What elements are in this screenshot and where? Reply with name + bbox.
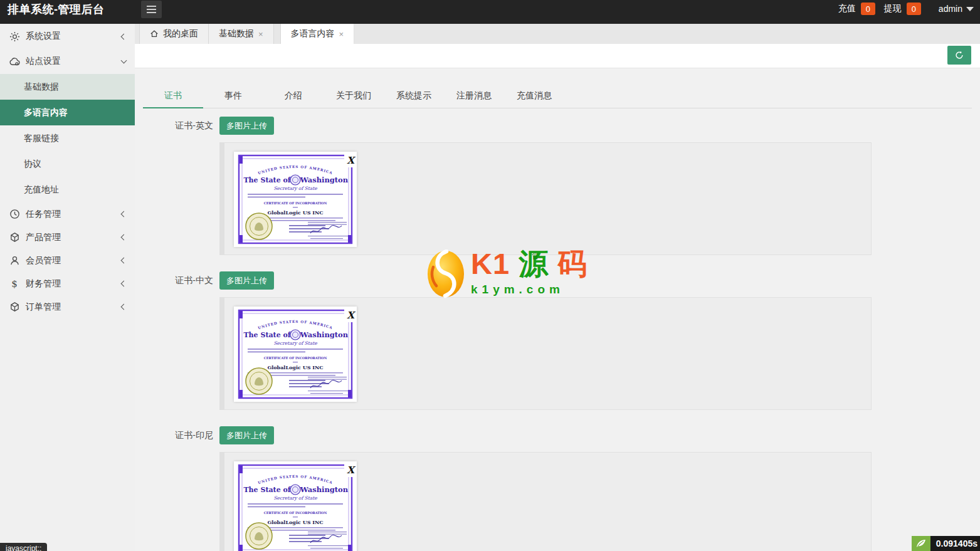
tab-label: 基础数据 <box>219 28 254 39</box>
sidebar-subitem-label: 多语言内容 <box>24 107 68 118</box>
multi-image-upload-button[interactable]: 多图片上传 <box>219 271 274 290</box>
package-icon <box>9 232 20 243</box>
sidebar-item-task-management[interactable]: 任务管理 <box>0 202 135 226</box>
multi-image-upload-button[interactable]: 多图片上传 <box>219 117 274 135</box>
sidebar-item-label: 任务管理 <box>26 209 122 220</box>
username: admin <box>939 4 962 14</box>
cert-subtitle: Secretary of State <box>273 186 317 191</box>
image-upload-box: UNITED STATES OF AMERICA The State of Wa… <box>219 452 872 551</box>
content-tab-events[interactable]: 事件 <box>203 85 263 108</box>
section-label: 证书-中文 <box>143 275 213 286</box>
sidebar-item-product-management[interactable]: 产品管理 <box>0 226 135 249</box>
content-tab-register-msg[interactable]: 注册消息 <box>444 85 504 108</box>
withdraw-link[interactable]: 提现 0 <box>884 3 921 15</box>
content-tab-intro[interactable]: 介绍 <box>263 85 324 108</box>
certificate-image: UNITED STATES OF AMERICA The State of Wa… <box>234 307 357 402</box>
sidebar-item-order-management[interactable]: 订单管理 <box>0 295 135 318</box>
clock-icon <box>9 209 20 220</box>
chevron-left-icon <box>121 234 127 241</box>
tab-multilang-content[interactable]: 多语言内容 × <box>280 24 355 44</box>
sidebar-item-label: 财务管理 <box>26 278 122 290</box>
cert-title-left: The State of <box>243 486 291 494</box>
cert-heading: CERTIFICATE OF INCORPORATION <box>264 356 327 360</box>
sidebar-subitem-label: 协议 <box>24 159 41 170</box>
cert-company: GlobalLogic US INC <box>267 364 323 370</box>
link-preview-statusbar: javascript:; <box>0 543 47 551</box>
certificate-image: UNITED STATES OF AMERICA The State of Wa… <box>234 461 357 551</box>
trace-bar: 0.091405s <box>912 536 980 551</box>
certificate-image: UNITED STATES OF AMERICA The State of Wa… <box>234 152 357 247</box>
sidebar-item-member-management[interactable]: 会员管理 <box>0 249 135 272</box>
sidebar: 系统设置 站点设置 基础数据 多语言内容 客服链接 协议 充值地址 任务管理 产… <box>0 24 135 551</box>
leaf-icon[interactable] <box>912 536 930 551</box>
tab-base-data[interactable]: 基础数据 × <box>209 24 274 44</box>
recharge-count-badge[interactable]: 0 <box>861 3 875 15</box>
remove-image-button[interactable]: X <box>344 308 357 322</box>
user-menu[interactable]: admin <box>939 4 974 14</box>
cert-title-left: The State of <box>243 331 291 339</box>
cert-title-right: Washington <box>300 176 349 184</box>
sidebar-item-service-link[interactable]: 客服链接 <box>0 125 135 151</box>
package-icon <box>9 302 20 313</box>
chevron-left-icon <box>121 33 127 39</box>
content-tab-certificate[interactable]: 证书 <box>143 85 203 108</box>
header-right: 充值 0 提现 0 admin <box>838 0 974 18</box>
close-icon[interactable]: × <box>258 29 263 39</box>
sidebar-toggle-button[interactable] <box>141 1 162 18</box>
image-upload-box: UNITED STATES OF AMERICA The State of Wa… <box>219 142 872 255</box>
remove-image-button[interactable]: X <box>344 463 357 477</box>
site-icon <box>9 56 20 67</box>
section-label: 证书-英文 <box>143 120 213 132</box>
image-upload-box: UNITED STATES OF AMERICA The State of Wa… <box>219 297 872 410</box>
workspace-tabbar: 我的桌面 基础数据 × 多语言内容 × <box>135 24 980 44</box>
sidebar-subitem-label: 基础数据 <box>24 81 59 93</box>
multi-image-upload-button[interactable]: 多图片上传 <box>219 426 274 444</box>
content-tab-system-tips[interactable]: 系统提示 <box>384 85 444 108</box>
trace-time: 0.091405s <box>930 536 980 551</box>
chevron-left-icon <box>121 258 127 264</box>
remove-image-button[interactable]: X <box>344 154 357 167</box>
recharge-label: 充值 <box>838 3 856 14</box>
cert-heading: CERTIFICATE OF INCORPORATION <box>264 511 327 515</box>
section-row-cert-cn: 证书-中文 多图片上传 <box>143 271 972 290</box>
sidebar-item-label: 会员管理 <box>26 255 122 266</box>
content-tab-recharge-msg[interactable]: 充值消息 <box>504 85 564 108</box>
cert-title-right: Washington <box>300 330 349 339</box>
sidebar-item-agreement[interactable]: 协议 <box>0 151 135 177</box>
page-toolbar <box>135 44 980 68</box>
recharge-link[interactable]: 充值 0 <box>838 3 875 15</box>
section-row-cert-en: 证书-英文 多图片上传 <box>143 117 972 135</box>
sidebar-item-multilang-content[interactable]: 多语言内容 <box>0 100 135 125</box>
refresh-button[interactable] <box>947 46 971 65</box>
dollar-icon: $ <box>9 278 20 290</box>
sidebar-item-finance-management[interactable]: $ 财务管理 <box>0 272 135 295</box>
content-tabbar: 证书 事件 介绍 关于我们 系统提示 注册消息 充值消息 <box>143 85 972 108</box>
sidebar-item-label: 系统设置 <box>26 31 122 42</box>
sidebar-item-recharge-address[interactable]: 充值地址 <box>0 177 135 202</box>
sidebar-subitem-label: 客服链接 <box>24 133 59 144</box>
sidebar-item-label: 产品管理 <box>26 232 122 243</box>
sidebar-subitem-label: 充值地址 <box>24 184 59 196</box>
refresh-icon <box>954 50 964 60</box>
sidebar-item-system-settings[interactable]: 系统设置 <box>0 24 135 49</box>
close-icon[interactable]: × <box>339 29 344 39</box>
content-panel: 证书 事件 介绍 关于我们 系统提示 注册消息 充值消息 证书-英文 多图片上传 <box>135 68 980 551</box>
section-label: 证书-印尼 <box>143 430 213 441</box>
cert-company: GlobalLogic US INC <box>267 209 323 216</box>
sidebar-item-base-data[interactable]: 基础数据 <box>0 74 135 100</box>
tab-my-desktop[interactable]: 我的桌面 <box>139 24 209 44</box>
withdraw-count-badge[interactable]: 0 <box>907 3 921 15</box>
cert-title-left: The State of <box>243 176 291 184</box>
cert-heading: CERTIFICATE OF INCORPORATION <box>264 201 327 205</box>
sidebar-item-label: 订单管理 <box>26 302 122 313</box>
content-tab-about-us[interactable]: 关于我们 <box>324 85 384 108</box>
cert-subtitle: Secretary of State <box>273 340 317 346</box>
chevron-left-icon <box>121 211 127 218</box>
sidebar-item-site-settings[interactable]: 站点设置 <box>0 49 135 74</box>
home-icon <box>150 29 159 38</box>
chevron-left-icon <box>121 281 127 287</box>
gear-icon <box>9 31 20 42</box>
chevron-down-icon <box>121 58 127 64</box>
chevron-down-icon <box>966 7 974 11</box>
chevron-left-icon <box>121 304 127 310</box>
